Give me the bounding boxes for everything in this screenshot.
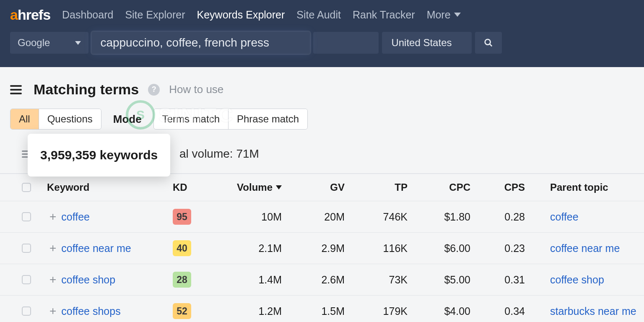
filter-tab-all[interactable]: All [10,109,39,129]
kd-badge: 95 [173,209,191,225]
logo-accent: a [10,7,18,23]
keyword-count-tooltip: 3,959,359 keywords [28,134,170,177]
cell-tp: 73K [345,274,408,286]
cell-tp: 116K [345,242,408,254]
expand-icon[interactable]: + [47,242,56,255]
keyword-link[interactable]: coffee [61,211,90,223]
row-checkbox[interactable] [22,212,31,221]
table-row: + coffee near me 40 2.1M 2.9M 116K $6.00… [0,232,644,264]
filter-row: S SINITC AllQuestions Mode Terms matchPh… [0,109,644,137]
country-label: United States [391,37,452,49]
cell-tp: 746K [345,211,408,223]
chevron-down-icon [75,41,81,45]
col-gv[interactable]: GV [282,182,345,193]
cell-cps: 0.31 [470,274,525,286]
search-input-wrap [92,32,310,54]
mode-label: Mode [113,113,142,126]
cell-volume: 1.4M [210,274,282,286]
col-volume[interactable]: Volume [210,182,282,193]
parent-topic-link[interactable]: starbucks near me [550,305,636,317]
nav-item-site-audit[interactable]: Site Audit [296,9,341,21]
kd-badge: 28 [173,272,191,288]
cell-cpc: $5.00 [408,274,470,286]
mode-tabs: Terms matchPhrase match [153,109,308,130]
page-title: Matching terms [34,81,139,98]
filter-tab-questions[interactable]: Questions [39,109,101,129]
parent-topic-link[interactable]: coffee near me [550,242,620,254]
results-table: Keyword KD Volume GV TP CPC CPS Parent t… [0,173,644,322]
search-row: Google United States [10,29,634,54]
cell-gv: 2.9M [282,242,345,254]
logo-text: hrefs [18,7,50,23]
nav-more[interactable]: More [427,9,461,21]
svg-line-1 [490,44,492,47]
col-keyword[interactable]: Keyword [47,182,173,193]
col-kd[interactable]: KD [173,182,210,193]
menu-icon[interactable] [10,85,22,94]
cell-tp: 179K [345,305,408,317]
keyword-link[interactable]: coffee shop [61,274,115,286]
select-all-checkbox[interactable] [22,183,31,192]
row-checkbox[interactable] [22,306,31,316]
row-checkbox[interactable] [22,244,31,253]
table-row: + coffee shops 52 1.2M 1.5M 179K $4.00 0… [0,295,644,322]
search-engine-select[interactable]: Google [10,32,88,54]
logo[interactable]: ahrefs [10,7,50,23]
cell-cpc: $6.00 [408,242,470,254]
nav-row: ahrefs DashboardSite ExplorerKeywords Ex… [10,0,634,29]
caret-down-icon [454,13,461,17]
kd-badge: 52 [173,303,191,319]
cell-cpc: $4.00 [408,305,470,317]
expand-icon[interactable]: + [47,273,56,286]
search-input[interactable] [92,32,310,54]
cell-volume: 2.1M [210,242,282,254]
nav-item-site-explorer[interactable]: Site Explorer [125,9,185,21]
table-row: + coffee 95 10M 20M 746K $1.80 0.28 coff… [0,201,644,232]
col-cps[interactable]: CPS [470,182,525,193]
how-to-use-link[interactable]: How to use [169,83,223,96]
row-checkbox[interactable] [22,275,31,284]
cell-volume: 1.2M [210,305,282,317]
help-icon[interactable]: ? [148,84,160,96]
parent-topic-link[interactable]: coffee [550,211,579,223]
expand-icon[interactable]: + [47,210,56,223]
col-tp[interactable]: TP [345,182,408,193]
cell-cps: 0.28 [470,211,525,223]
search-extend-box[interactable] [313,32,379,54]
parent-topic-link[interactable]: coffee shop [550,274,604,286]
cell-cps: 0.34 [470,305,525,317]
nav-item-rank-tracker[interactable]: Rank Tracker [353,9,415,21]
col-cpc[interactable]: CPC [408,182,470,193]
mode-tab-phrase-match[interactable]: Phrase match [228,109,307,129]
keyword-link[interactable]: coffee shops [61,305,120,317]
nav-item-dashboard[interactable]: Dashboard [62,9,113,21]
nav-more-label: More [427,9,451,21]
country-select[interactable]: United States [382,32,472,54]
search-icon [484,38,493,47]
cell-volume: 10M [210,211,282,223]
cell-gv: 20M [282,211,345,223]
filter-tabs: AllQuestions [10,109,101,130]
mode-tab-terms-match[interactable]: Terms match [154,109,228,129]
search-engine-label: Google [18,37,50,49]
col-volume-label: Volume [237,182,273,193]
cell-cps: 0.23 [470,242,525,254]
total-volume-text: al volume: 71M [179,147,259,161]
subheader: Matching terms ? How to use [0,67,644,109]
cell-gv: 1.5M [282,305,345,317]
keyword-link[interactable]: coffee near me [61,242,131,254]
sort-desc-icon [276,185,282,190]
search-button[interactable] [475,32,502,54]
svg-point-0 [485,39,491,45]
table-row: + coffee shop 28 1.4M 2.6M 73K $5.00 0.3… [0,264,644,295]
nav-item-keywords-explorer[interactable]: Keywords Explorer [197,9,285,21]
expand-icon[interactable]: + [47,304,56,318]
cell-gv: 2.6M [282,274,345,286]
top-bar: ahrefs DashboardSite ExplorerKeywords Ex… [0,0,644,67]
table-header: Keyword KD Volume GV TP CPC CPS Parent t… [0,173,644,201]
stats-row: 3,959,359 keywords al volume: 71M [0,137,644,173]
kd-badge: 40 [173,240,191,256]
col-parent[interactable]: Parent topic [525,182,644,193]
cell-cpc: $1.80 [408,211,470,223]
